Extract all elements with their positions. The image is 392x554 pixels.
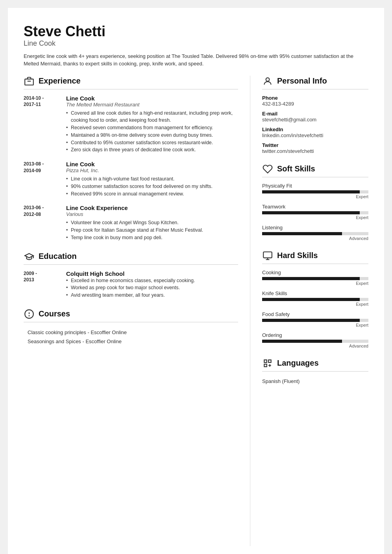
- hard-skill-2-bar-container: [262, 298, 368, 301]
- svg-point-6: [266, 78, 270, 81]
- hard-skill-2: Knife Skills Expert: [262, 290, 368, 307]
- experience-title: Experience: [39, 76, 81, 86]
- bullet: Prep cook for Italian Sausage stand at F…: [66, 227, 238, 234]
- courses-section: Courses Classic cooking principles - Esc…: [24, 309, 238, 346]
- languages-icon: [262, 358, 273, 369]
- bullet: Contributed to 95% customer satisfaction…: [66, 139, 238, 147]
- soft-skill-2-bar: [262, 211, 360, 214]
- education-title: Education: [39, 252, 77, 261]
- course-item-1: Classic cooking principles - Escoffier O…: [24, 328, 238, 337]
- svg-rect-0: [25, 79, 33, 85]
- soft-skill-1-bar-container: [262, 190, 368, 193]
- bullet: Line cook in a high-volume fast food res…: [66, 175, 238, 183]
- exp2-dates: 2013-08 - 2014-09: [24, 161, 63, 197]
- soft-skill-2-bar-container: [262, 211, 368, 214]
- resume-container: Steve Chetti Line Cook Energetic line co…: [8, 8, 384, 554]
- soft-skill-1: Physically Fit Expert: [262, 183, 368, 199]
- education-item-1: 2009 - 2013 Colquitt High School Excelle…: [24, 270, 238, 299]
- soft-skills-section: Soft Skills Physically Fit Expert Teamwo…: [262, 164, 368, 241]
- bullet: Covered all line cook duties for a high-…: [66, 110, 238, 125]
- personal-info-title: Personal Info: [277, 76, 327, 86]
- personal-info-twitter: Twitter twitter.com/stevefchetti: [262, 142, 368, 154]
- languages-section: Languages Spanish (Fluent): [262, 358, 368, 385]
- bullet: Zero sick days in three years of dedicat…: [66, 146, 238, 154]
- courses-section-header: Courses: [24, 309, 238, 322]
- exp3-title: Line Cook Experience: [66, 204, 238, 211]
- exp3-dates: 2013-06 - 2012-08: [24, 204, 63, 241]
- hard-skill-3: Food Safety Expert: [262, 311, 368, 327]
- soft-skills-header: Soft Skills: [262, 164, 368, 177]
- hard-skill-4: Ordering Advanced: [262, 332, 368, 348]
- edu1-bullets: Excelled in home economics classes, espe…: [66, 277, 238, 299]
- soft-skill-1-bar: [262, 190, 360, 193]
- experience-icon: [24, 76, 35, 87]
- hard-skill-1: Cooking Expert: [262, 270, 368, 286]
- bullet: Maintained a 98% on-time delivery score …: [66, 132, 238, 139]
- hard-skill-1-bar: [262, 277, 360, 280]
- hard-skill-4-bar-container: [262, 340, 368, 343]
- bullet: Temp line cook in busy mom and pop deli.: [66, 234, 238, 242]
- hard-skill-3-bar-container: [262, 319, 368, 322]
- courses-title: Courses: [39, 309, 70, 318]
- languages-title: Languages: [277, 359, 319, 368]
- exp3-company: Various: [66, 211, 238, 217]
- exp1-content: Line Cook The Melted Mermaid Restaurant …: [66, 95, 238, 154]
- hard-skills-title: Hard Skills: [277, 251, 318, 260]
- languages-header: Languages: [262, 358, 368, 372]
- exp2-content: Line Cook Pizza Hut, Inc. Line cook in a…: [66, 161, 238, 197]
- exp2-company: Pizza Hut, Inc.: [66, 167, 238, 173]
- edu1-dates: 2009 - 2013: [24, 270, 63, 299]
- experience-section: Experience 2014-10 - 2017-11 Line Cook T…: [24, 76, 238, 242]
- candidate-job-title: Line Cook: [24, 39, 368, 48]
- bullet: Worked as prep cook for two major school…: [66, 284, 238, 292]
- personal-info-email: E-mail stevefchetti@gmail.com: [262, 111, 368, 123]
- experience-item-3: 2013-06 - 2012-08 Line Cook Experience V…: [24, 204, 238, 241]
- hard-skill-2-bar: [262, 298, 360, 301]
- exp3-content: Line Cook Experience Various Volunteer l…: [66, 204, 238, 241]
- bullet: Received seven commendations from manage…: [66, 124, 238, 132]
- hard-skill-4-bar: [262, 340, 342, 343]
- personal-info-section: Personal Info Phone 432-813-4289 E-mail …: [262, 76, 368, 154]
- exp1-title: Line Cook: [66, 95, 238, 102]
- exp2-bullets: Line cook in a high-volume fast food res…: [66, 175, 238, 197]
- bullet: Excelled in home economics classes, espe…: [66, 277, 238, 284]
- personal-info-linkedin: LinkedIn linkedin.com/in/stevefchetti: [262, 126, 368, 138]
- hard-skills-header: Hard Skills: [262, 250, 368, 264]
- resume-header: Steve Chetti Line Cook Energetic line co…: [24, 24, 368, 68]
- personal-info-icon: [262, 76, 273, 87]
- bullet: Volunteer line cook at Angel Wings Soup …: [66, 219, 238, 227]
- bullet: Avid wrestling team member, all four yea…: [66, 292, 238, 299]
- language-item-1: Spanish (Fluent): [262, 377, 368, 385]
- exp2-title: Line Cook: [66, 161, 238, 167]
- education-section: Education 2009 - 2013 Colquitt High Scho…: [24, 251, 238, 299]
- svg-rect-7: [263, 252, 272, 258]
- education-icon: [24, 251, 35, 262]
- candidate-summary: Energetic line cook with 4+ years experi…: [24, 52, 362, 68]
- soft-skills-icon: [262, 164, 273, 175]
- experience-item-2: 2013-08 - 2014-09 Line Cook Pizza Hut, I…: [24, 161, 238, 197]
- edu1-school: Colquitt High School: [66, 270, 238, 277]
- hard-skills-icon: [262, 250, 273, 261]
- hard-skill-1-bar-container: [262, 277, 368, 280]
- course-item-2: Seasonings and Spices - Escoffier Online: [24, 337, 238, 346]
- exp3-bullets: Volunteer line cook at Angel Wings Soup …: [66, 219, 238, 241]
- soft-skill-3: Listening Advanced: [262, 225, 368, 241]
- soft-skill-3-bar-container: [262, 232, 368, 235]
- soft-skill-3-bar: [262, 232, 342, 235]
- exp1-company: The Melted Mermaid Restaurant: [66, 102, 238, 108]
- left-column: Experience 2014-10 - 2017-11 Line Cook T…: [24, 76, 250, 546]
- hard-skills-section: Hard Skills Cooking Expert Knife Skills …: [262, 250, 368, 348]
- hard-skill-3-bar: [262, 319, 360, 322]
- personal-info-header: Personal Info: [262, 76, 368, 89]
- bullet: Received 99% score in annual management …: [66, 190, 238, 198]
- personal-info-phone: Phone 432-813-4289: [262, 95, 368, 107]
- edu1-content: Colquitt High School Excelled in home ec…: [66, 270, 238, 299]
- education-section-header: Education: [24, 251, 238, 265]
- experience-section-header: Experience: [24, 76, 238, 89]
- soft-skill-2: Teamwork Expert: [262, 204, 368, 220]
- bullet: 90% customer satisfaction scores for foo…: [66, 183, 238, 190]
- exp1-bullets: Covered all line cook duties for a high-…: [66, 110, 238, 154]
- exp1-dates: 2014-10 - 2017-11: [24, 95, 63, 154]
- svg-point-5: [29, 316, 29, 316]
- candidate-name: Steve Chetti: [24, 24, 368, 39]
